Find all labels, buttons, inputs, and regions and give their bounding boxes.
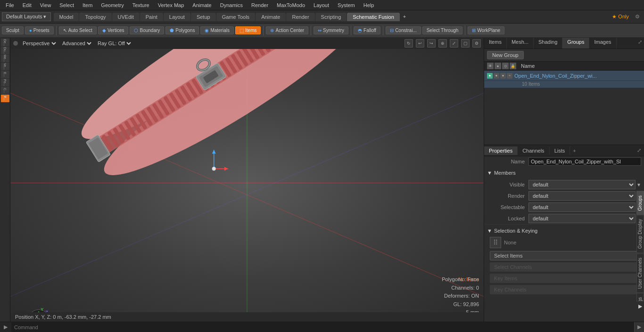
tab-topology[interactable]: Topology: [79, 13, 111, 21]
item-eye-toggle[interactable]: ●: [487, 73, 493, 79]
tab-layout[interactable]: Layout: [164, 13, 190, 21]
members-header[interactable]: ▼ Members: [487, 169, 641, 177]
command-toggle[interactable]: ▶: [0, 323, 11, 331]
tab-setup[interactable]: Setup: [191, 13, 216, 21]
polygons-button[interactable]: ⬟ Polygons: [165, 26, 199, 34]
tab-properties[interactable]: Properties: [484, 146, 518, 155]
render-dropdown[interactable]: default on off: [528, 191, 636, 201]
left-tool-falloff[interactable]: F...: [1, 95, 9, 102]
tab-lists[interactable]: Lists: [550, 146, 570, 155]
tab-model[interactable]: Model: [54, 13, 79, 21]
undo-icon[interactable]: ↩: [416, 39, 424, 48]
keying-header[interactable]: ▼ Selection & Keying: [487, 227, 641, 235]
viewport[interactable]: Perspective Advanced Ray GL: Off ↻ ↩ ↪ ⊕…: [10, 38, 484, 322]
select-through-button[interactable]: Select Through: [422, 26, 463, 34]
group-item[interactable]: ● ● ● + Open_End_Nylon_Coil_Zipper_wi...: [484, 71, 644, 81]
left-tool-duplicate[interactable]: Du...: [1, 47, 9, 54]
tab-items[interactable]: Items: [484, 38, 507, 49]
menu-maxtomodo[interactable]: MaxToModo: [273, 1, 309, 9]
menu-system[interactable]: System: [334, 1, 359, 9]
command-input[interactable]: [11, 324, 634, 330]
tab-animate[interactable]: Animate: [256, 13, 286, 21]
sculpt-button[interactable]: Sculpt: [2, 26, 24, 34]
add-layout-button[interactable]: +: [400, 13, 409, 21]
tab-game-tools[interactable]: Game Tools: [216, 13, 256, 21]
left-tool-vertex[interactable]: Ve...: [1, 63, 9, 70]
menu-edit[interactable]: Edit: [19, 1, 35, 9]
menu-view[interactable]: View: [36, 1, 55, 9]
maximize-icon[interactable]: ▢: [461, 39, 470, 48]
vertices-button[interactable]: ◆ Vertices: [98, 26, 129, 34]
name-prop-input[interactable]: [528, 157, 641, 166]
items-button[interactable]: ⬚ Items: [235, 26, 261, 34]
viewport-dot[interactable]: [13, 41, 18, 46]
expand-bottom-icon[interactable]: ▶: [636, 301, 644, 311]
vtab-group-display[interactable]: Group Display: [636, 215, 644, 253]
menu-help[interactable]: Help: [360, 1, 378, 9]
materials-button[interactable]: ◉ Materials: [200, 26, 234, 34]
redo-icon[interactable]: ↪: [427, 39, 436, 48]
left-tool-edge[interactable]: E...: [1, 71, 9, 78]
members-section: ▼ Members: [484, 167, 644, 179]
symmetry-button[interactable]: ⇔ Symmetry: [314, 26, 348, 34]
left-tool-polygon[interactable]: Po...: [1, 79, 9, 86]
work-plane-button[interactable]: ⊞ WorkPlane: [468, 26, 504, 34]
selectable-dropdown[interactable]: default on off: [528, 202, 636, 212]
fit-icon[interactable]: ⤢: [450, 39, 458, 48]
eye-col-icon: 👁: [487, 63, 494, 69]
tab-scripting[interactable]: Scripting: [315, 13, 347, 21]
item-lock-toggle[interactable]: +: [507, 73, 512, 79]
settings-icon[interactable]: ⚙: [633, 14, 642, 20]
zoom-icon[interactable]: ⊕: [438, 39, 447, 48]
boundary-button[interactable]: ⬡ Boundary: [130, 26, 164, 34]
falloff-button[interactable]: ◓ Falloff: [354, 26, 380, 34]
vtab-user-channels[interactable]: User Channels: [636, 253, 644, 293]
key-channels-button[interactable]: Key Channels: [490, 285, 638, 294]
tab-paint[interactable]: Paint: [140, 13, 163, 21]
left-tool-deform[interactable]: De...: [1, 39, 9, 46]
menu-select[interactable]: Select: [56, 1, 78, 9]
item-render-toggle[interactable]: ●: [494, 73, 499, 79]
key-items-button[interactable]: Key Items: [490, 274, 638, 283]
ray-gl-dropdown[interactable]: Ray GL: Off: [96, 40, 132, 47]
bottom-command-bar: ▶ ▶: [0, 322, 644, 332]
tab-render[interactable]: Render: [286, 13, 314, 21]
menu-layout[interactable]: Layout: [310, 1, 333, 9]
tab-channels[interactable]: Channels: [518, 146, 549, 155]
menu-texture[interactable]: Texture: [129, 1, 153, 9]
tab-shading[interactable]: Shading: [534, 38, 562, 49]
rotate-icon[interactable]: ↻: [405, 39, 413, 48]
command-send-button[interactable]: ▶: [634, 322, 644, 332]
visible-dropdown[interactable]: default on off: [528, 180, 636, 189]
menu-geometry[interactable]: Geometry: [97, 1, 127, 9]
tab-uvedit[interactable]: UVEdit: [112, 13, 140, 21]
menu-item[interactable]: Item: [79, 1, 96, 9]
presets-button[interactable]: ● Presets: [25, 26, 54, 34]
vtab-groups[interactable]: Groups: [636, 191, 644, 215]
layout-dropdown[interactable]: Default Layouts ▾: [2, 12, 51, 21]
menu-file[interactable]: File: [2, 1, 18, 9]
left-tool-component[interactable]: C...: [1, 87, 9, 94]
menu-vertex-map[interactable]: Vertex Map: [154, 1, 188, 9]
keying-dots-icon[interactable]: ⠿: [490, 237, 501, 248]
menu-dynamics[interactable]: Dynamics: [216, 1, 247, 9]
add-props-tab-button[interactable]: +: [570, 146, 578, 155]
constraints-button[interactable]: ⊟ Constrai...: [386, 26, 421, 34]
item-select-toggle[interactable]: ●: [500, 73, 506, 79]
auto-select-button[interactable]: ↖ Auto Select: [59, 26, 97, 34]
tab-mesh[interactable]: Mesh...: [507, 38, 534, 49]
select-items-button[interactable]: Select Items: [490, 251, 638, 260]
locked-dropdown[interactable]: default on off: [528, 214, 636, 223]
menu-render[interactable]: Render: [248, 1, 272, 9]
perspective-dropdown[interactable]: Perspective: [21, 40, 58, 47]
new-group-button[interactable]: New Group: [487, 51, 524, 59]
tab-images[interactable]: Images: [589, 38, 616, 49]
tab-groups[interactable]: Groups: [562, 38, 589, 49]
advanced-dropdown[interactable]: Advanced: [60, 40, 93, 47]
select-channels-button[interactable]: Select Channels: [490, 262, 638, 272]
tab-schematic-fusion[interactable]: Schematic Fusion: [347, 13, 399, 21]
settings-viewport-icon[interactable]: ⚙: [472, 39, 481, 48]
action-center-button[interactable]: ⊕ Action Center: [266, 26, 308, 34]
menu-animate[interactable]: Animate: [189, 1, 215, 9]
left-tool-mesh[interactable]: Me...: [1, 55, 9, 62]
